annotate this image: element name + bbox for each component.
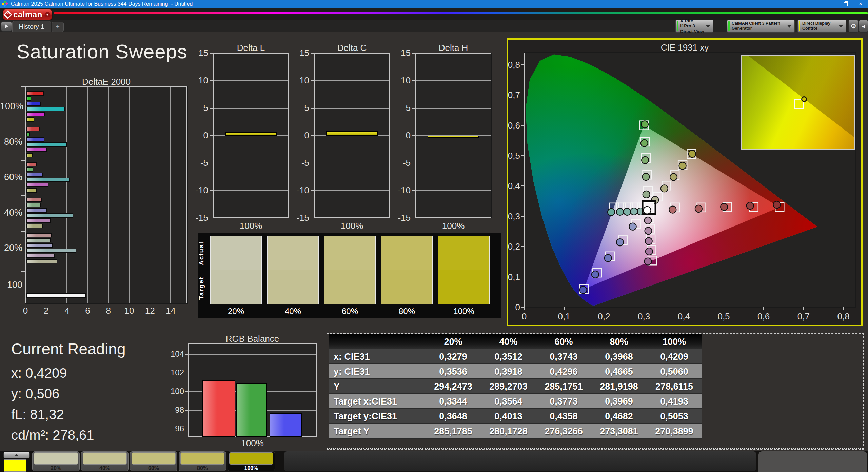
deltae-bar-40%-red [26,198,42,202]
pattern-generator-label: CalMAN Client 3 Pattern Generator [732,21,786,31]
table-cell: 0,3279 [426,352,481,362]
axis-tick [210,53,213,54]
history-nav-button[interactable] [1,21,12,32]
window-title: Calman 2025 Calman Ultimate for Business… [11,1,193,7]
delta_c-bar [326,131,378,136]
gridline [214,80,288,81]
deltae-bar-100%-green [26,96,31,101]
pattern-strip-expand-button[interactable] [3,452,30,458]
axis-tick [21,125,25,125]
axis-tick [521,185,524,186]
deltae2000-chart [25,86,187,303]
cie-y-tick: 0,7 [499,90,520,100]
axis-tick [311,190,314,191]
gridline [189,373,316,373]
axis-tick [521,64,524,65]
deltae-bar-60%-cyan [26,178,70,182]
deltae-x-tick: 6 [78,306,98,316]
current-pattern-color [4,459,26,472]
delta_l-y-tick: -15 [187,213,208,223]
cie-measured-marker [630,208,637,215]
table-cell: 0,3564 [481,396,536,407]
pattern-generator-dropdown[interactable]: CalMAN Client 3 Pattern Generator [727,20,795,33]
delta_c-y-tick: 5 [288,103,309,113]
deltae-bar-60%-red [26,162,37,166]
gridline [416,80,491,81]
deltae-bar-40%-blue [26,208,47,213]
cie-measured-marker [669,206,676,213]
gridline [108,87,109,303]
delta_h-y-tick: 0 [390,130,411,141]
rainbow-divider [54,12,868,14]
table-cell: 0,3512 [481,352,536,362]
cie-y-tick: 0,2 [499,241,520,252]
axis-tick [21,303,25,303]
cie-measured-marker [661,185,668,192]
maximize-button[interactable] [838,0,853,8]
cie-measured-marker [645,238,652,245]
table-cell: 0,3648 [426,411,481,422]
axis-tick [185,410,188,411]
pattern-thumb-chip [83,452,127,465]
calman-diamond-icon [3,10,12,19]
delta_c-y-tick: 10 [288,75,309,86]
meter-dropdown[interactable]: X-Rite i1Pro 3Direct View [675,20,713,33]
table-cell: 285,1751 [536,381,591,392]
deltae-x-tick: 10 [119,306,139,316]
close-button[interactable]: × [853,0,868,8]
cie-measured-marker [580,287,587,294]
axis-tick [210,108,213,109]
axis-tick [210,190,213,191]
meter-status-accent [677,21,678,31]
cie-measured-marker [689,150,696,157]
delta_h-y-tick: -10 [390,185,411,196]
axis-tick [311,163,314,163]
deltae-bar-100-red [26,293,86,298]
table-cell: 0,4665 [591,367,647,377]
minimize-button[interactable] [823,0,838,8]
rgb-y-tick: 98 [164,405,184,415]
gear-icon: ⚙ [850,22,856,30]
deltae-bar-100%-blue [26,102,41,106]
display-control-dropdown[interactable]: Direct Display Control [797,20,846,33]
table-header-40%: 40% [481,337,536,347]
deltae-bar-60%-green [26,167,33,172]
cie-measured-marker [670,173,677,180]
gridline [416,108,491,109]
axis-tick [412,53,415,54]
table-cell: 0,4209 [647,352,702,362]
delta_l-bar [225,132,277,136]
table-row-label: Target x:CIE31 [334,396,426,407]
pattern-thumb-label: 40% [81,465,129,471]
deltae-chart-title: DeltaE 2000 [25,77,187,87]
axis-tick [311,218,314,218]
deltae-group-label: 100% [0,101,22,112]
rgb-bar-blue [270,413,302,437]
calman-menu-button[interactable]: calman [3,9,52,20]
axis-tick [21,160,25,161]
current-reading-fl: fL: 81,32 [11,407,126,422]
swatch-target-80% [381,270,433,304]
cie-measured-marker [592,271,599,278]
collapse-panel-button[interactable]: ◀ [859,20,868,33]
axis-tick [21,195,25,196]
cie-chart-title: CIE 1931 xy [508,42,861,53]
add-tab-button[interactable]: + [52,22,64,32]
deltae-bar-80%-cyan [26,142,67,147]
axis-tick [684,307,684,310]
cie-measured-marker [644,258,651,265]
axis-tick [412,163,415,163]
tab-history-1[interactable]: History 1 [12,21,51,32]
current-reading-title: Current Reading [11,340,126,358]
axis-tick [185,373,188,373]
gridline [214,190,288,191]
gridline [315,108,389,109]
rgb-y-tick: 102 [164,368,184,377]
settings-button[interactable]: ⚙ [848,20,859,33]
cie-measured-marker [641,140,648,147]
table-cell: 0,4296 [536,367,591,377]
axis-tick [185,429,188,429]
cie-y-tick: 0,6 [499,120,520,131]
table-cell: 0,3536 [426,367,481,377]
chevron-down-icon [706,25,710,28]
